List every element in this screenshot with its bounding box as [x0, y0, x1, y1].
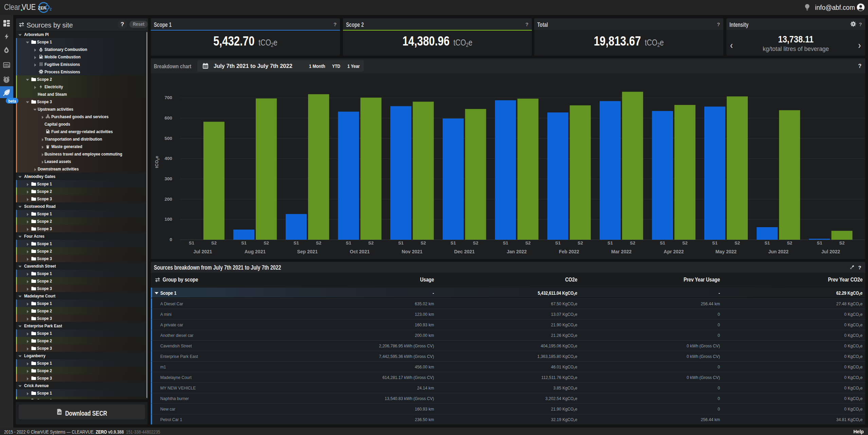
svg-text:S2: S2 [316, 240, 321, 246]
svg-text:S2: S2 [420, 240, 426, 246]
svg-text:200: 200 [164, 197, 172, 202]
svg-text:S2: S2 [839, 240, 845, 246]
svg-text:S2: S2 [578, 240, 583, 246]
svg-text:S2: S2 [211, 240, 217, 246]
svg-text:Jun 2022: Jun 2022 [768, 249, 789, 254]
svg-text:Jan 2022: Jan 2022 [507, 249, 527, 254]
svg-text:S1: S1 [398, 240, 403, 246]
svg-text:S2: S2 [264, 240, 269, 246]
svg-text:Nov 2021: Nov 2021 [402, 249, 423, 254]
svg-text:S1: S1 [764, 240, 770, 246]
svg-text:S1: S1 [346, 240, 351, 246]
svg-text:700: 700 [164, 95, 172, 100]
svg-text:tCO2e: tCO2e [154, 156, 160, 168]
svg-text:Jul 2022: Jul 2022 [821, 249, 840, 254]
svg-text:S2: S2 [787, 240, 792, 246]
svg-text:S1: S1 [660, 240, 665, 246]
svg-text:S1: S1 [503, 240, 508, 246]
svg-text:Dec 2021: Dec 2021 [454, 249, 475, 254]
svg-text:S2: S2 [473, 240, 478, 246]
svg-text:Aug 2021: Aug 2021 [245, 249, 266, 254]
svg-text:S1: S1 [451, 240, 456, 246]
svg-text:May 2022: May 2022 [716, 249, 737, 254]
svg-text:S1: S1 [241, 240, 247, 246]
svg-text:Mar 2022: Mar 2022 [611, 249, 632, 254]
svg-text:S2: S2 [682, 240, 688, 246]
svg-text:Sep 2021: Sep 2021 [297, 249, 318, 254]
svg-text:S1: S1 [189, 240, 194, 246]
svg-text:S2: S2 [368, 240, 374, 246]
svg-text:Jul 2021: Jul 2021 [193, 249, 212, 254]
svg-text:600: 600 [164, 115, 172, 121]
svg-text:S1: S1 [817, 240, 822, 246]
svg-text:S1: S1 [712, 240, 718, 246]
svg-text:S2: S2 [630, 240, 635, 246]
svg-text:Oct 2021: Oct 2021 [350, 249, 370, 254]
svg-text:400: 400 [164, 156, 172, 161]
svg-text:500: 500 [164, 136, 172, 141]
svg-text:Feb 2022: Feb 2022 [559, 249, 579, 254]
svg-text:Apr 2022: Apr 2022 [664, 249, 684, 254]
svg-text:S1: S1 [293, 240, 299, 246]
svg-text:S1: S1 [555, 240, 561, 246]
svg-text:S2: S2 [735, 240, 740, 246]
svg-text:S1: S1 [608, 240, 613, 246]
svg-text:S2: S2 [525, 240, 531, 246]
svg-text:0: 0 [169, 237, 172, 242]
svg-text:100: 100 [164, 217, 172, 222]
svg-text:300: 300 [164, 176, 172, 181]
